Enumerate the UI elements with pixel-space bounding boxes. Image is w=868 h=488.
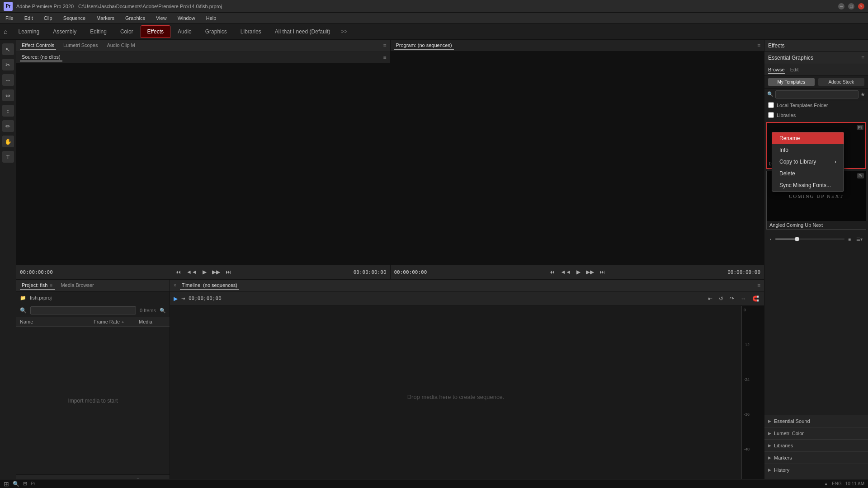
libraries-header[interactable]: ▶ Libraries [764,440,868,451]
project-search-input[interactable] [30,306,136,314]
menu-help[interactable]: Help [204,14,218,22]
window-controls[interactable]: ─ □ × [838,3,864,9]
tab-media-browser[interactable]: Media Browser [59,282,95,290]
timeline-tool-2[interactable]: ↺ [717,295,725,303]
tab-libraries[interactable]: Libraries [234,26,268,38]
source-prev-frame[interactable]: ⏮ [174,268,182,276]
tab-editing[interactable]: Editing [84,26,113,38]
selection-tool[interactable]: ↖ [2,43,14,55]
local-templates-checkbox[interactable] [768,102,774,108]
tab-timeline[interactable]: Timeline: (no sequences) [180,282,239,290]
timeline-close-icon[interactable]: × [174,283,176,288]
source-panel-overflow[interactable]: ≡ [383,42,386,49]
hand-tool[interactable]: ✋ [2,136,14,147]
history-header[interactable]: ▶ History [764,464,868,476]
program-play[interactable]: ▶ [575,268,582,276]
history-expand-icon: ▶ [768,468,771,472]
status-time: 10:11 AM [845,481,864,486]
menu-graphics[interactable]: Graphics [123,14,147,22]
eg-panel-header: Essential Graphics ≡ [764,52,868,64]
type-tool[interactable]: T [2,151,14,163]
eg-tab-edit[interactable]: Edit [790,66,799,74]
project-search-row: 📁 fish.prproj [16,291,170,304]
timeline-tool-1[interactable]: ⇤ [707,295,714,303]
tab-program[interactable]: Program: (no sequences) [394,42,454,50]
nav-overflow-button[interactable]: >> [340,27,349,37]
razor-tool[interactable]: ✂ [2,59,14,70]
submenu-arrow-icon: › [835,159,836,165]
source-play-forward[interactable]: ▶▶ [211,268,222,276]
context-menu-delete[interactable]: Delete [772,168,844,179]
minimize-button[interactable]: ─ [838,3,844,9]
eg-tab-browse[interactable]: Browse [768,66,785,74]
context-menu-copy-to-library[interactable]: Copy to Library › [772,156,844,168]
timeline-tool-3[interactable]: ↷ [728,295,736,303]
tab-color[interactable]: Color [114,26,140,38]
taskbar-search-icon[interactable]: 🔍 [13,481,19,487]
eg-panel-menu-icon[interactable]: ≡ [861,55,864,61]
libraries-checkbox[interactable] [768,112,774,118]
timeline-play-icon[interactable]: ▶ [174,296,178,302]
maximize-button[interactable]: □ [848,3,854,9]
adobe-stock-button[interactable]: Adobe Stock [818,78,865,86]
template-item-1[interactable]: Pr 0S Rename Info Copy to Library › Dele… [766,122,866,169]
tab-lumetri-scopes[interactable]: Lumetri Scopes [61,42,99,50]
program-play-backward[interactable]: ◄◄ [559,268,572,276]
view-options-icon[interactable]: ☰▾ [856,237,863,242]
rate-stretch-tool[interactable]: ↕ [2,105,14,117]
menu-sequence[interactable]: Sequence [61,14,88,22]
thumbnail-small-icon[interactable]: ▪ [770,237,772,242]
tab-audio[interactable]: Audio [171,26,198,38]
program-prev-frame[interactable]: ⏮ [548,268,556,276]
roll-tool[interactable]: ⇔ [2,89,14,101]
program-play-forward[interactable]: ▶▶ [585,268,595,276]
project-find-icon[interactable]: 🔍 [160,308,166,314]
timeline-insert-icon[interactable]: ⇥ [181,296,185,301]
templates-star-button[interactable]: ★ [860,91,865,98]
tab-assembly[interactable]: Assembly [47,26,83,38]
markers-header[interactable]: ▶ Markers [764,452,868,464]
taskbar-win-icon[interactable]: ⊞ [4,480,9,488]
context-menu-info[interactable]: Info [772,144,844,156]
tab-learning[interactable]: Learning [12,26,46,38]
pen-tool[interactable]: ✏ [2,120,14,132]
tab-effect-controls[interactable]: Effect Controls [20,42,56,50]
source-play[interactable]: ▶ [201,268,208,276]
context-menu-sync-fonts[interactable]: Sync Missing Fonts... [772,179,844,191]
tab-audio-clip-m[interactable]: Audio Clip M [105,42,137,50]
thumbnail-size-slider[interactable] [775,239,844,239]
source-overflow[interactable]: ≡ [383,54,386,61]
tab-custom[interactable]: All that I need (Default) [269,26,337,38]
timeline-tool-4[interactable]: ↔ [739,295,747,303]
timeline-overflow[interactable]: ≡ [757,282,760,289]
lumetri-color-header[interactable]: ▶ Lumetri Color [764,427,868,439]
templates-search-input[interactable] [775,90,859,99]
menu-markers[interactable]: Markers [94,14,116,22]
program-next-frame[interactable]: ⏭ [598,268,606,276]
my-templates-button[interactable]: My Templates [768,78,815,86]
tab-graphics[interactable]: Graphics [199,26,233,38]
menu-view[interactable]: View [154,14,169,22]
timeline-drop-zone[interactable]: Drop media here to create sequence. [170,306,741,488]
menu-window[interactable]: Window [176,14,197,22]
sort-arrow-icon[interactable]: ▲ [121,319,125,324]
home-icon[interactable]: ⌂ [4,28,7,35]
source-play-backward[interactable]: ◄◄ [185,268,198,276]
menu-file[interactable]: File [4,14,15,22]
program-overflow[interactable]: ≡ [757,42,760,49]
context-menu-rename[interactable]: Rename [772,132,844,144]
menu-clip[interactable]: Clip [42,14,54,22]
thumbnail-large-icon[interactable]: ■ [848,237,851,242]
source-next-frame[interactable]: ⏭ [224,268,232,276]
tab-effects[interactable]: Effects [141,25,170,38]
taskbar-premiere-icon[interactable]: Pr [31,481,35,486]
timeline-snap-icon[interactable]: 🧲 [751,295,760,303]
menu-edit[interactable]: Edit [23,14,35,22]
slider-handle[interactable] [795,237,799,241]
tab-project[interactable]: Project: fish ≡ [20,282,55,290]
taskbar-multitask-icon[interactable]: ⊟ [23,481,27,487]
close-button[interactable]: × [858,3,864,9]
essential-sound-header[interactable]: ▶ Essential Sound [764,415,868,427]
ripple-tool[interactable]: ↔ [2,74,14,86]
tab-source[interactable]: Source: (no clips) [20,53,62,61]
